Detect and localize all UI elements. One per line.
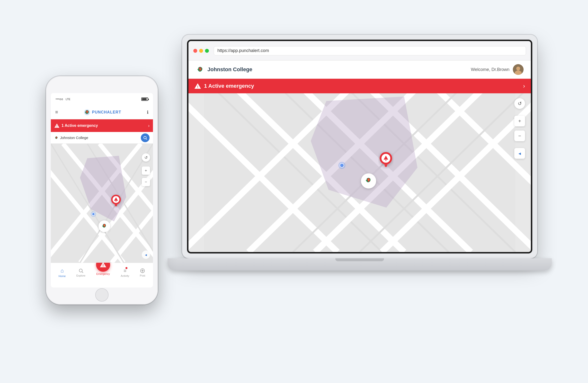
phone-home-button[interactable] <box>95 288 109 302</box>
phone-banner-chevron: › <box>148 123 149 128</box>
home-icon: ⌂ <box>61 268 64 274</box>
explore-label: Explore <box>76 274 85 277</box>
svg-text:!: ! <box>197 85 198 89</box>
phone-bottom-nav: ⌂ Home Explore <box>51 263 153 284</box>
phone-logo: PUNCHALERT <box>84 109 121 116</box>
college-name: Johnston College <box>208 66 252 73</box>
svg-point-0 <box>200 68 201 69</box>
header-right: Welcome, Dr.Brown <box>471 64 524 75</box>
phone-app-header: ≡ PUNCHALERT ℹ <box>51 105 153 119</box>
phone-location-bar: Johnston College <box>51 132 153 144</box>
zoom-in-button[interactable]: + <box>514 116 525 126</box>
emergency-banner-content: ! 1 Active emergency <box>194 83 254 89</box>
svg-rect-54 <box>116 201 116 202</box>
welcome-text: Welcome, Dr.Brown <box>471 67 509 72</box>
phone-bird-icon <box>84 109 90 116</box>
explore-icon <box>78 268 84 273</box>
browser-chrome: https://app.punchalert.com <box>189 41 531 60</box>
banner-chevron-icon: › <box>523 83 525 89</box>
post-label: Post <box>140 274 145 277</box>
nav-activity[interactable]: ≡ Activity <box>121 268 129 277</box>
app-logo: Johnston College <box>196 65 252 74</box>
close-dot[interactable] <box>193 49 197 53</box>
phone-zoom-in-button[interactable]: + <box>142 166 150 175</box>
nav-home[interactable]: ⌂ Home <box>59 268 66 278</box>
minimize-dot[interactable] <box>199 49 203 53</box>
svg-point-49 <box>92 213 95 216</box>
zoom-out-button[interactable]: − <box>514 130 525 141</box>
svg-text:!: ! <box>56 125 57 128</box>
signal-indicator: •••oo LTE <box>56 98 70 101</box>
laptop-device: https://app.punchalert.com <box>182 35 547 278</box>
svg-point-23 <box>340 163 344 167</box>
phone-screen: •••oo LTE ≡ <box>51 93 153 287</box>
phone-emergency-content: ! 1 Active emergency <box>54 123 98 128</box>
phone-status-bar: •••oo LTE <box>51 93 153 105</box>
emergency-banner[interactable]: ! 1 Active emergency › <box>189 79 531 93</box>
laptop-body: https://app.punchalert.com <box>182 35 537 258</box>
svg-line-36 <box>146 139 147 140</box>
svg-point-2 <box>516 67 520 70</box>
phone-compass-button[interactable]: ◂ <box>142 251 150 259</box>
laptop-map-controls: ↺ + − ◂ <box>514 98 525 159</box>
svg-text:!: ! <box>103 263 104 267</box>
location-name: Johnston College <box>54 136 88 140</box>
hamburger-menu-icon[interactable]: ≡ <box>55 109 58 115</box>
location-text: Johnston College <box>60 136 88 140</box>
app-header: Johnston College Welcome, Dr.Brown <box>189 60 531 79</box>
maximize-dot[interactable] <box>205 49 209 53</box>
phone-body: •••oo LTE ≡ <box>46 76 158 304</box>
phone-map-controls: ↺ + − <box>142 153 150 186</box>
home-label: Home <box>59 275 66 278</box>
punchalert-logo-icon <box>196 65 205 74</box>
laptop-map: ↺ + − ◂ <box>189 79 531 252</box>
phone-refresh-button[interactable]: ↺ <box>142 153 150 161</box>
laptop-screen: https://app.punchalert.com <box>189 41 531 252</box>
emergency-count-text: 1 Active emergency <box>204 83 254 89</box>
phone-warning-icon: ! <box>54 123 60 128</box>
activity-icon: ≡ <box>124 268 126 274</box>
scene: https://app.punchalert.com <box>26 15 562 368</box>
laptop-map-area: ! 1 Active emergency › <box>189 79 531 252</box>
phone-app-name: PUNCHALERT <box>92 110 121 115</box>
user-avatar[interactable] <box>513 64 524 75</box>
warning-icon: ! <box>194 83 201 89</box>
phone-zoom-out-button[interactable]: − <box>142 178 150 186</box>
phone-map-svg <box>51 144 153 263</box>
location-button[interactable]: ◂ <box>514 148 525 159</box>
url-text: https://app.punchalert.com <box>217 48 269 53</box>
battery-indicator <box>141 98 148 101</box>
phone-device: •••oo LTE ≡ <box>46 76 168 314</box>
post-icon <box>140 268 145 273</box>
window-controls <box>193 49 209 53</box>
nav-explore[interactable]: Explore <box>76 268 85 277</box>
nav-post[interactable]: Post <box>140 268 145 277</box>
compass-button[interactable]: ↺ <box>514 98 525 109</box>
emergency-nav-label: Emergency <box>96 272 110 275</box>
url-bar[interactable]: https://app.punchalert.com <box>214 46 526 55</box>
svg-line-58 <box>82 272 83 273</box>
nav-emergency[interactable]: ! Emergency <box>96 265 110 275</box>
location-bird-icon <box>54 136 59 140</box>
phone-emergency-banner[interactable]: ! 1 Active emergency › <box>51 119 153 132</box>
activity-label: Activity <box>121 274 129 277</box>
laptop-base <box>168 258 552 270</box>
laptop-screen-bezel: https://app.punchalert.com <box>187 40 532 253</box>
info-icon[interactable]: ℹ <box>147 110 148 115</box>
phone-search-button[interactable] <box>141 133 149 142</box>
map-grid-svg <box>189 79 531 252</box>
svg-rect-28 <box>385 160 386 161</box>
phone-map: ↺ + − ◂ <box>51 144 153 263</box>
phone-emergency-text: 1 Active emergency <box>62 123 98 128</box>
